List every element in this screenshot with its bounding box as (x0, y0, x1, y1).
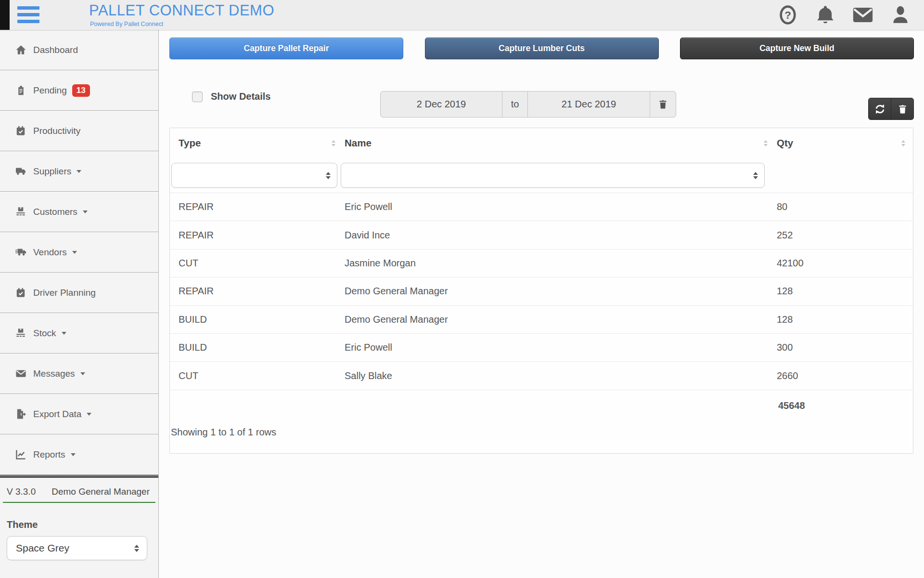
sidebar: Dashboard Pending 13 Productivity Suppli (0, 30, 159, 578)
capture-lumber-cuts-button[interactable]: Capture Lumber Cuts (425, 38, 659, 59)
version-row: V 3.3.0 Demo General Manager (3, 482, 155, 503)
show-details-checkbox[interactable] (192, 92, 203, 102)
sidebar-item-stock[interactable]: Stock (0, 313, 158, 354)
sidebar-item-label: Vendors (33, 247, 67, 258)
sidebar-item-label: Export Data (33, 409, 81, 420)
clipboard-icon (14, 85, 27, 96)
home-icon (14, 44, 27, 55)
capture-pallet-repair-button[interactable]: Capture Pallet Repair (169, 38, 403, 59)
app-version: V 3.3.0 (7, 486, 36, 497)
pending-count-badge: 13 (72, 84, 90, 97)
help-icon[interactable]: ? (777, 4, 799, 26)
date-to-field[interactable]: 21 Dec 2019 (527, 91, 650, 118)
total-qty: 45648 (775, 400, 913, 411)
refresh-button[interactable] (869, 98, 891, 119)
sidebar-item-label: Stock (33, 328, 56, 339)
type-filter-select[interactable] (171, 163, 337, 188)
main-content: Capture Pallet Repair Capture Lumber Cut… (159, 30, 924, 578)
sidebar-item-label: Dashboard (33, 45, 78, 55)
sidebar-item-vendors[interactable]: Vendors (0, 232, 158, 273)
theme-selected-value: Space Grey (16, 542, 69, 554)
select-arrows-icon (753, 170, 758, 182)
user-icon[interactable] (889, 4, 911, 26)
sidebar-item-label: Productivity (33, 126, 80, 136)
results-table: Type Name Qty REPAIR Eric Powell 80 (169, 128, 913, 454)
theme-label: Theme (7, 519, 158, 530)
chevron-down-icon (77, 170, 81, 175)
show-details-label: Show Details (211, 91, 270, 102)
sidebar-item-customers[interactable]: Customers (0, 192, 158, 232)
sort-icon[interactable] (764, 138, 768, 148)
table-row: BUILD Eric Powell 300 (170, 334, 913, 362)
table-row: BUILD Demo General Manager 128 (170, 306, 913, 334)
shipping-truck-icon (14, 247, 27, 258)
pagination-summary: Showing 1 to 1 of 1 rows (171, 427, 276, 438)
file-export-icon (14, 408, 27, 420)
table-actions (868, 98, 914, 120)
sidebar-item-export-data[interactable]: Export Data (0, 394, 158, 434)
capture-new-build-button[interactable]: Capture New Build (680, 38, 914, 59)
sort-icon[interactable] (332, 138, 335, 148)
theme-select[interactable]: Space Grey (7, 536, 147, 560)
sidebar-item-suppliers[interactable]: Suppliers (0, 151, 158, 192)
pallet-icon (14, 328, 27, 339)
sidebar-item-label: Customers (33, 207, 77, 217)
envelope-icon (14, 368, 27, 379)
chart-line-icon (14, 449, 27, 460)
table-row: CUT Jasmine Morgan 42100 (170, 250, 913, 277)
date-range-picker: 2 Dec 2019 to 21 Dec 2019 (380, 91, 676, 118)
table-row: REPAIR Demo General Manager 128 (170, 277, 913, 305)
date-range-separator: to (502, 91, 528, 118)
column-header-type[interactable]: Type (170, 137, 343, 149)
clear-dates-button[interactable] (650, 91, 676, 118)
chevron-down-icon (71, 453, 76, 459)
calendar-check-icon (14, 287, 27, 298)
sidebar-item-dashboard[interactable]: Dashboard (0, 30, 158, 70)
header-dark-corner (0, 0, 10, 30)
table-filter-row (170, 158, 913, 193)
table-row: REPAIR Eric Powell 80 (170, 193, 913, 221)
chevron-down-icon (80, 372, 85, 378)
table-row: REPAIR David Ince 252 (170, 221, 913, 249)
table-header-row: Type Name Qty (170, 128, 913, 158)
sidebar-item-pending[interactable]: Pending 13 (0, 70, 158, 111)
sidebar-footer-divider (0, 475, 158, 478)
sidebar-item-driver-planning[interactable]: Driver Planning (0, 273, 158, 313)
app-subtitle: Powered By Pallet Connect (90, 21, 163, 27)
chevron-down-icon (62, 332, 66, 337)
sidebar-item-messages[interactable]: Messages (0, 354, 158, 394)
top-navbar: PALLET CONNECT DEMO Powered By Pallet Co… (0, 0, 924, 30)
name-filter-select[interactable] (341, 163, 765, 188)
column-header-qty[interactable]: Qty (775, 137, 913, 149)
sidebar-item-label: Driver Planning (33, 288, 96, 298)
svg-text:?: ? (784, 9, 791, 21)
date-from-field[interactable]: 2 Dec 2019 (380, 91, 502, 118)
delete-button[interactable] (891, 98, 913, 119)
truck-icon (14, 166, 27, 177)
sort-icon[interactable] (901, 138, 905, 148)
sidebar-item-label: Pending (33, 85, 67, 96)
menu-toggle-icon[interactable] (17, 6, 39, 24)
sidebar-item-label: Reports (33, 449, 65, 460)
column-header-name[interactable]: Name (343, 137, 775, 149)
chevron-down-icon (87, 413, 91, 418)
table-total-row: 45648 (170, 390, 913, 422)
notifications-icon[interactable] (814, 4, 836, 26)
chevron-down-icon (72, 251, 77, 256)
sidebar-item-reports[interactable]: Reports (0, 434, 158, 475)
mail-icon[interactable] (852, 4, 874, 26)
table-row: CUT Sally Blake 2660 (170, 362, 913, 390)
sidebar-item-productivity[interactable]: Productivity (0, 111, 158, 151)
sidebar-item-label: Suppliers (33, 166, 71, 177)
pallet-icon (14, 206, 27, 217)
app-title: PALLET CONNECT DEMO (89, 2, 274, 19)
calendar-check-icon (14, 125, 27, 136)
logged-in-user: Demo General Manager (51, 486, 150, 497)
chevron-down-icon (83, 210, 88, 216)
select-arrows-icon (326, 170, 331, 182)
sidebar-item-label: Messages (33, 368, 75, 379)
select-arrows-icon (134, 542, 139, 554)
